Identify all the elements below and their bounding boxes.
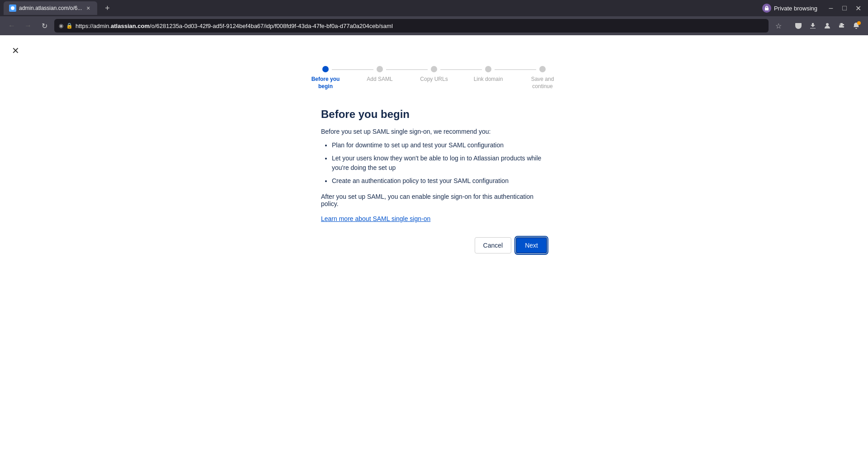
list-item-2: Let your users know they won't be able t… — [332, 154, 547, 173]
intro-text: Before you set up SAML single sign-on, w… — [321, 128, 547, 135]
lock-icon: 🔒 — [66, 23, 73, 29]
wizard-container: Before youbegin Add SAML Copy URLs Link … — [231, 57, 637, 253]
steps-bar: Before youbegin Add SAML Copy URLs Link … — [231, 66, 637, 90]
url-prefix: https://admin. — [75, 23, 111, 29]
step-copy-urls: Copy URLs — [407, 66, 461, 83]
active-tab[interactable]: admin.atlassian.com/o/6... × — [4, 1, 97, 15]
window-controls: – □ ✕ — [825, 2, 864, 14]
action-buttons: Cancel Next — [321, 237, 547, 253]
step-before-you-begin: Before youbegin — [298, 66, 353, 90]
address-bar[interactable]: ◉ 🔒 https://admin.atlassian.comhttps://a… — [54, 19, 769, 33]
tab-favicon — [9, 5, 16, 12]
after-text: After you set up SAML, you can enable si… — [321, 193, 547, 207]
tab-title: admin.atlassian.com/o/6... — [19, 5, 82, 11]
extensions-icon[interactable] — [835, 19, 848, 32]
url-rest: /o/6281235a-0d03-42f9-ad5f-9124bef4ba67/… — [150, 23, 393, 29]
pocket-icon[interactable] — [792, 19, 805, 32]
toolbar-icons — [792, 19, 863, 32]
back-button[interactable]: ← — [5, 19, 18, 32]
url-text: https://admin.atlassian.comhttps://admin… — [75, 23, 764, 29]
step-dot-4 — [485, 66, 491, 72]
private-browsing-label: Private browsing — [774, 5, 817, 12]
maximize-button[interactable]: □ — [838, 2, 851, 14]
list-item-1: Plan for downtime to set up and test you… — [332, 141, 547, 150]
step-dot-1 — [322, 66, 329, 72]
list-item-3: Create an authentication policy to test … — [332, 176, 547, 186]
tab-close-button[interactable]: × — [85, 5, 92, 12]
step-label-1: Before youbegin — [311, 76, 340, 90]
nav-bar: ← → ↻ ◉ 🔒 https://admin.atlassian.comhtt… — [0, 16, 868, 35]
page-title: Before you begin — [321, 108, 547, 121]
step-link-domain: Link domain — [461, 66, 515, 83]
forward-button[interactable]: → — [22, 19, 34, 32]
step-label-4: Link domain — [474, 76, 503, 83]
close-window-button[interactable]: ✕ — [852, 2, 864, 14]
browser-chrome: admin.atlassian.com/o/6... × + Private b… — [0, 0, 868, 35]
bookmark-button[interactable]: ☆ — [772, 19, 785, 32]
minimize-button[interactable]: – — [825, 2, 837, 14]
url-domain: atlassian.com — [111, 23, 150, 29]
private-browsing-indicator: Private browsing — [762, 4, 817, 13]
step-dot-2 — [377, 66, 383, 72]
private-browsing-icon — [762, 4, 771, 13]
content-area: Before you begin Before you set up SAML … — [321, 108, 547, 253]
download-icon[interactable] — [807, 19, 819, 32]
svg-point-0 — [11, 6, 14, 10]
recommendations-list: Plan for downtime to set up and test you… — [321, 141, 547, 186]
step-label-3: Copy URLs — [420, 76, 448, 83]
account-icon[interactable] — [821, 19, 834, 32]
new-tab-button[interactable]: + — [101, 2, 113, 14]
close-button[interactable]: ✕ — [9, 44, 22, 57]
page-content: ✕ Before youbegin Add SAML Copy URLs Lin… — [0, 35, 868, 474]
step-label-5: Save andcontinue — [531, 76, 554, 90]
step-add-saml: Add SAML — [353, 66, 407, 83]
step-dot-3 — [431, 66, 437, 72]
reload-button[interactable]: ↻ — [38, 19, 51, 32]
notifications-icon[interactable] — [850, 19, 863, 32]
step-dot-5 — [539, 66, 546, 72]
tab-bar: admin.atlassian.com/o/6... × + Private b… — [0, 0, 868, 16]
svg-point-1 — [826, 23, 829, 26]
step-label-2: Add SAML — [367, 76, 392, 83]
tracking-protection-icon: ◉ — [59, 23, 63, 29]
learn-more-link[interactable]: Learn more about SAML single sign-on — [321, 215, 430, 222]
step-save-continue: Save andcontinue — [515, 66, 570, 90]
cancel-button[interactable]: Cancel — [475, 237, 512, 253]
next-button[interactable]: Next — [516, 237, 547, 253]
